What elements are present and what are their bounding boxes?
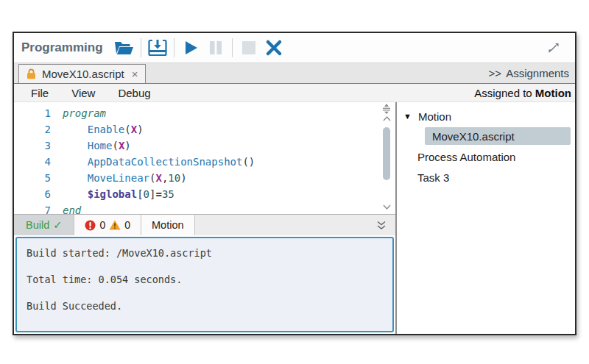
editor-scrollbar[interactable]: [381, 104, 392, 211]
token-punc: (): [242, 156, 255, 168]
tree-item-task-3[interactable]: Task 3: [397, 167, 575, 188]
build-tab-label: Build: [26, 219, 49, 231]
token-kw: program: [63, 107, 106, 119]
code-text: program: [63, 105, 106, 121]
code-line: 3 Home(X): [14, 138, 395, 154]
main-area: 1program2 Enable(X)3 Home(X)4 AppDataCol…: [14, 102, 575, 334]
build-output-line: Build started: /MoveX10.ascript: [27, 246, 383, 260]
token-punc: ): [137, 124, 143, 135]
token-punc: ): [124, 140, 130, 151]
token-var: X: [131, 124, 137, 135]
token-fn: Home: [88, 140, 113, 151]
build-output-line: Build Succeeded.: [27, 299, 383, 313]
toolbar-separator: [174, 38, 174, 57]
build-output-wrap: Build started: /MoveX10.ascriptTotal tim…: [14, 235, 395, 334]
tree-item-label: Process Automation: [417, 151, 515, 163]
warning-count: 0: [124, 219, 130, 231]
token-punc: ): [180, 172, 186, 184]
tree-item-label: Motion: [418, 110, 451, 123]
pause-button[interactable]: [203, 37, 228, 59]
run-button[interactable]: [178, 37, 203, 59]
code-line: 4 AppDataCollectionSnapshot(): [14, 154, 395, 170]
pause-icon: [208, 39, 224, 57]
build-output: Build started: /MoveX10.ascriptTotal tim…: [15, 237, 394, 332]
save-icon: [148, 39, 167, 57]
motion-tab-label: Motion: [152, 219, 184, 231]
code-line: 2 Enable(X): [14, 121, 395, 138]
token-fn: AppDataCollectionSnapshot: [88, 156, 243, 168]
code-line: 1program: [14, 105, 395, 121]
tree-item-motion[interactable]: ▼Motion: [397, 107, 575, 126]
line-number: 1: [14, 105, 63, 121]
expand-pane-button[interactable]: [541, 37, 566, 59]
code-text: Enable(X): [63, 121, 144, 138]
save-button[interactable]: [145, 37, 170, 59]
lock-icon: [27, 68, 36, 79]
open-file-button[interactable]: [112, 37, 137, 59]
code-line: 7end: [14, 202, 395, 218]
code-lines: 1program2 Enable(X)3 Home(X)4 AppDataCol…: [14, 105, 395, 218]
code-text: end: [63, 202, 81, 218]
programming-window: Programming: [13, 32, 576, 335]
token-var: X: [155, 172, 161, 184]
abort-x-icon: [265, 39, 283, 57]
toolbar: Programming: [14, 33, 575, 63]
code-line: 5 MoveLinear(X,10): [14, 170, 395, 186]
document-tab-bar: MoveX10.ascript × >> Assignments: [14, 63, 575, 84]
token-gvar: $iglobal: [88, 188, 137, 200]
line-number: 5: [14, 170, 63, 186]
splitter-grip-icon[interactable]: [382, 104, 391, 114]
tab-movex10-ascript[interactable]: MoveX10.ascript ×: [18, 64, 146, 83]
code-text: $iglobal[0]=35: [63, 186, 174, 202]
token-kw: end: [63, 204, 81, 216]
token-fn: Enable: [88, 124, 125, 135]
line-number: 4: [14, 154, 63, 170]
code-text: AppDataCollectionSnapshot(): [63, 154, 255, 170]
menu-file[interactable]: File: [25, 87, 54, 99]
scroll-up-icon[interactable]: [383, 114, 391, 123]
error-count: 0: [99, 219, 105, 231]
check-icon: ✓: [53, 219, 62, 231]
line-number: 2: [14, 121, 63, 138]
tree-item-process-automation[interactable]: Process Automation: [397, 146, 575, 167]
warning-icon: [109, 220, 121, 230]
assignments-label: Assignments: [506, 67, 569, 79]
assignments-link[interactable]: >> Assignments: [489, 67, 575, 79]
code-text: MoveLinear(X,10): [63, 170, 187, 186]
scroll-down-icon[interactable]: [383, 202, 391, 211]
expand-icon: [548, 42, 560, 54]
token-punc: (: [112, 140, 118, 151]
line-number: 6: [14, 186, 63, 202]
code-line: 6 $iglobal[0]=35: [14, 186, 395, 202]
toolbar-separator: [232, 38, 233, 57]
build-output-line: Total time: 0.054 seconds.: [27, 273, 383, 286]
token-punc: (: [124, 124, 130, 135]
double-chevron-right-icon: >>: [489, 67, 502, 79]
pane-title: Programming: [21, 40, 103, 55]
token-op: =: [155, 188, 161, 200]
menu-view[interactable]: View: [66, 87, 101, 99]
play-icon: [182, 39, 200, 57]
assigned-to-label: Assigned to Motion: [474, 87, 575, 99]
tree-expander-icon[interactable]: ▼: [403, 112, 411, 121]
token-num: 10: [168, 172, 180, 184]
line-number: 7: [14, 202, 63, 218]
tree-item-selected-movex10-ascript[interactable]: MoveX10.ascript: [425, 127, 571, 145]
menu-debug[interactable]: Debug: [112, 87, 156, 99]
stop-button[interactable]: [236, 37, 261, 59]
token-punc: [: [137, 188, 143, 200]
token-num: 0: [144, 188, 149, 200]
scrollbar-thumb[interactable]: [383, 127, 390, 180]
line-number: 3: [14, 138, 63, 154]
tree-item-label: Task 3: [417, 171, 449, 184]
tab-close-icon[interactable]: ×: [132, 68, 138, 80]
code-text: Home(X): [63, 138, 131, 154]
code-editor[interactable]: 1program2 Enable(X)3 Home(X)4 AppDataCol…: [14, 102, 395, 214]
error-icon: [85, 220, 96, 231]
abort-button[interactable]: [261, 37, 286, 59]
scrollbar-track[interactable]: [381, 123, 392, 202]
menu-bar: File View Debug Assigned to Motion: [14, 84, 575, 102]
token-fn: MoveLinear: [88, 172, 149, 184]
tree-item-label: MoveX10.ascript: [432, 130, 515, 143]
tab-label: MoveX10.ascript: [42, 68, 124, 80]
